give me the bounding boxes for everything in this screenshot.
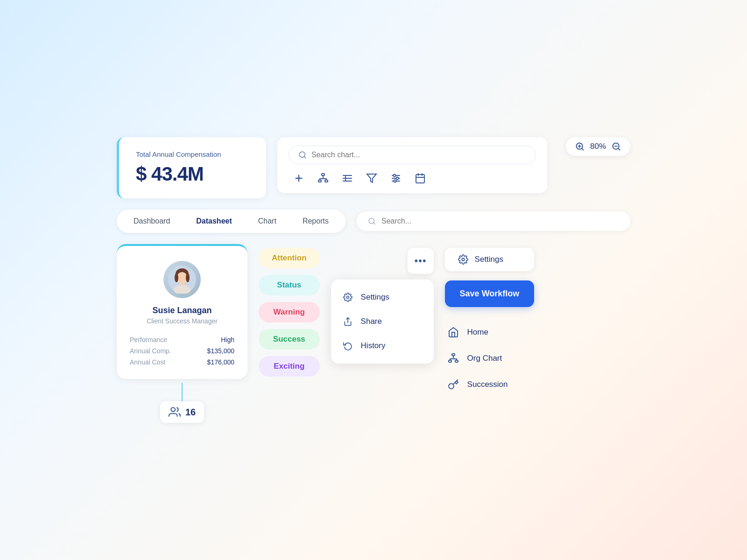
menu-item-settings[interactable]: Settings bbox=[331, 285, 434, 309]
badges-column: Attention Status Warning Success Excitin… bbox=[259, 244, 320, 377]
perf-value: High bbox=[221, 336, 234, 343]
svg-rect-38 bbox=[180, 282, 184, 285]
menu-item-settings-label: Settings bbox=[361, 293, 389, 302]
people-icon bbox=[169, 406, 181, 418]
nav-home[interactable]: Home bbox=[445, 320, 535, 344]
badge-success[interactable]: Success bbox=[259, 329, 320, 350]
plus-icon[interactable] bbox=[292, 172, 305, 185]
direct-reports-count: 16 bbox=[185, 407, 196, 418]
nav-succession-label: Succession bbox=[467, 380, 508, 389]
menu-item-history[interactable]: History bbox=[331, 334, 434, 358]
avatar bbox=[163, 261, 201, 298]
settings-button-label: Settings bbox=[475, 255, 503, 264]
badge-status[interactable]: Status bbox=[259, 275, 320, 295]
zoom-value: 80% bbox=[590, 142, 606, 151]
home-icon bbox=[447, 326, 460, 339]
chart-search-input[interactable] bbox=[311, 151, 526, 159]
svg-point-37 bbox=[177, 272, 187, 283]
annual-cost-value: $176,000 bbox=[207, 358, 234, 366]
svg-marker-15 bbox=[367, 174, 376, 182]
more-options-button[interactable]: ••• bbox=[408, 248, 434, 274]
main-search-icon bbox=[368, 217, 376, 225]
nav-org-chart[interactable]: Org Chart bbox=[445, 346, 535, 371]
context-area: ••• Settings Share bbox=[331, 244, 434, 364]
tabs-row: Dashboard Datasheet Chart Reports bbox=[117, 210, 630, 233]
svg-point-45 bbox=[462, 258, 465, 261]
zoom-in-button[interactable] bbox=[575, 142, 585, 151]
menu-item-history-label: History bbox=[361, 341, 386, 350]
svg-point-43 bbox=[346, 296, 349, 299]
person-name: Susie Lanagan bbox=[130, 306, 234, 315]
annual-comp-label: Annual Comp. bbox=[130, 347, 171, 355]
badge-attention[interactable]: Attention bbox=[259, 248, 320, 268]
svg-line-34 bbox=[374, 223, 375, 224]
connector-line bbox=[182, 383, 183, 401]
toolbar-icons bbox=[289, 172, 536, 185]
menu-item-share[interactable]: Share bbox=[331, 309, 434, 334]
list-icon[interactable] bbox=[341, 172, 354, 185]
main-container: Total Annual Compensation $ 43.4M bbox=[117, 137, 630, 423]
main-search-input[interactable] bbox=[381, 217, 619, 225]
zoom-control: 80% bbox=[566, 137, 630, 156]
tabs-container: Dashboard Datasheet Chart Reports bbox=[117, 210, 345, 233]
tab-dashboard[interactable]: Dashboard bbox=[120, 212, 183, 230]
save-workflow-button[interactable]: Save Workflow bbox=[445, 280, 535, 307]
tab-chart[interactable]: Chart bbox=[245, 212, 289, 230]
svg-rect-22 bbox=[416, 175, 424, 183]
annual-comp-value: $135,000 bbox=[207, 347, 234, 355]
comp-label: Total Annual Compensation bbox=[136, 150, 249, 158]
history-menu-icon bbox=[342, 340, 353, 351]
nav-org-chart-label: Org Chart bbox=[467, 354, 502, 363]
svg-point-19 bbox=[394, 175, 396, 177]
svg-point-42 bbox=[171, 407, 175, 412]
stat-performance: Performance High bbox=[130, 336, 234, 343]
svg-point-41 bbox=[186, 273, 190, 282]
menu-item-share-label: Share bbox=[361, 317, 382, 326]
content-row: Susie Lanagan Client Success Manager Per… bbox=[117, 244, 630, 423]
search-bar-container bbox=[289, 146, 536, 164]
annual-cost-label: Annual Cost bbox=[130, 358, 165, 366]
badge-exciting[interactable]: Exciting bbox=[259, 356, 320, 377]
filter-icon[interactable] bbox=[365, 172, 378, 185]
settings-menu-icon bbox=[342, 292, 353, 303]
svg-point-20 bbox=[396, 177, 399, 180]
top-row: Total Annual Compensation $ 43.4M bbox=[117, 137, 630, 198]
svg-point-40 bbox=[175, 273, 178, 282]
comp-card: Total Annual Compensation $ 43.4M bbox=[117, 137, 266, 198]
perf-label: Performance bbox=[130, 336, 167, 343]
badge-warning[interactable]: Warning bbox=[259, 302, 320, 322]
org-chart-icon bbox=[447, 352, 460, 365]
search-icon bbox=[298, 151, 307, 159]
settings-button[interactable]: Settings bbox=[445, 248, 535, 271]
svg-line-1 bbox=[304, 156, 305, 158]
comp-value: $ 43.4M bbox=[136, 163, 249, 185]
succession-icon bbox=[447, 378, 460, 391]
calendar-icon[interactable] bbox=[414, 172, 427, 185]
svg-line-31 bbox=[618, 148, 620, 150]
org-tree-icon[interactable] bbox=[317, 172, 330, 185]
right-panel: Settings Save Workflow Home Org Chart bbox=[445, 244, 535, 397]
sliders-icon[interactable] bbox=[389, 172, 402, 185]
person-title: Client Success Manager bbox=[130, 317, 234, 325]
person-card: Susie Lanagan Client Success Manager Per… bbox=[117, 244, 247, 379]
settings-button-icon bbox=[458, 254, 468, 265]
tab-datasheet[interactable]: Datasheet bbox=[183, 212, 245, 230]
zoom-out-button[interactable] bbox=[612, 142, 621, 151]
svg-point-21 bbox=[394, 180, 396, 182]
connector-area: 16 bbox=[160, 383, 204, 423]
nav-items: Home Org Chart Succession bbox=[445, 320, 535, 397]
main-search-container bbox=[357, 211, 630, 231]
share-menu-icon bbox=[342, 316, 353, 327]
person-area: Susie Lanagan Client Success Manager Per… bbox=[117, 244, 247, 423]
svg-line-27 bbox=[582, 148, 584, 150]
nav-succession[interactable]: Succession bbox=[445, 372, 535, 397]
direct-reports-badge[interactable]: 16 bbox=[160, 401, 204, 423]
nav-home-label: Home bbox=[467, 328, 488, 337]
person-stats: Performance High Annual Comp. $135,000 A… bbox=[130, 336, 234, 366]
tab-reports[interactable]: Reports bbox=[289, 212, 342, 230]
stat-annual-cost: Annual Cost $176,000 bbox=[130, 358, 234, 366]
stat-annual-comp: Annual Comp. $135,000 bbox=[130, 347, 234, 355]
dropdown-menu: Settings Share History bbox=[331, 280, 434, 364]
search-toolbar-card bbox=[277, 137, 547, 193]
